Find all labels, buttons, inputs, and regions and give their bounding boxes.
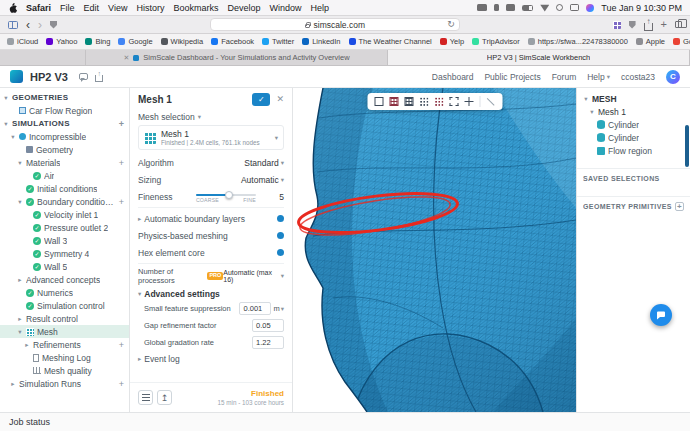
shield-extension-icon[interactable] xyxy=(629,21,636,29)
unit-select[interactable]: m▾ xyxy=(273,304,284,313)
bookmark-google[interactable]: Google xyxy=(118,37,152,46)
tree-item-wall-5[interactable]: ✓Wall 5 xyxy=(0,260,129,273)
add-icon[interactable]: + xyxy=(117,119,126,129)
apply-button[interactable]: ✓ xyxy=(252,93,270,106)
node-grid-icon[interactable] xyxy=(419,97,428,106)
chevron-down-icon[interactable]: ▾ xyxy=(3,94,9,102)
share-project-icon[interactable] xyxy=(95,75,103,82)
share-icon[interactable] xyxy=(644,23,653,31)
job-status-label[interactable]: Job status xyxy=(9,417,50,427)
browser-tab-1[interactable]: ✕SimScale Dashboard - Your Simulations a… xyxy=(86,50,388,65)
menu-develop[interactable]: Develop xyxy=(227,3,260,13)
chevron-right-icon[interactable]: ▸ xyxy=(24,341,30,349)
crosshair-icon[interactable] xyxy=(464,97,473,106)
menu-help[interactable]: Help xyxy=(310,3,329,13)
tab-overview-icon[interactable] xyxy=(675,21,682,28)
tree-item-materials[interactable]: ▾Materials+ xyxy=(0,156,129,169)
wifi-icon[interactable] xyxy=(540,4,549,12)
fineness-slider[interactable]: COARSE FINE xyxy=(196,190,256,203)
chevron-down-icon[interactable]: ▾ xyxy=(17,159,23,167)
chevron-down-icon[interactable]: ▾ xyxy=(17,198,23,206)
keyboard-icon[interactable] xyxy=(506,4,515,11)
menu-safari[interactable]: Safari xyxy=(26,3,51,13)
nav-public-projects[interactable]: Public Projects xyxy=(484,72,540,82)
mesh-cube-icon[interactable] xyxy=(404,97,413,106)
browser-tab-2[interactable]: HP2 V3 | SimScale Workbench xyxy=(388,50,690,65)
bookmark-facebook[interactable]: Facebook xyxy=(211,37,254,46)
new-tab-icon[interactable]: + xyxy=(661,19,667,30)
upload-button[interactable]: ↥ xyxy=(157,390,172,405)
scene-saved-selections[interactable]: SAVED SELECTIONS xyxy=(577,168,690,185)
menu-file[interactable]: File xyxy=(60,3,75,13)
scene-cylinder[interactable]: Cylinder xyxy=(577,131,690,144)
car-body-mesh[interactable] xyxy=(293,88,576,412)
spotlight-icon[interactable] xyxy=(556,4,563,11)
tree-item-simulation-runs[interactable]: ▸Simulation Runs+ xyxy=(0,377,129,390)
toggle-automatic-boundary-layers[interactable] xyxy=(277,215,284,222)
menubar-clock[interactable]: Tue Jan 9 10:30 PM xyxy=(601,3,682,13)
chevron-right-icon[interactable]: ▸ xyxy=(10,380,16,388)
list-button[interactable] xyxy=(138,390,153,405)
scene-cylinder[interactable]: Cylinder xyxy=(577,118,690,131)
bookmark-https-sfwa-22478380000[interactable]: https://sfwa...22478380000 xyxy=(528,37,628,46)
tree-item-initial-conditions[interactable]: ✓Initial conditions xyxy=(0,182,129,195)
chevron-down-icon[interactable]: ▾ xyxy=(198,113,201,121)
mesh-select-dropdown[interactable]: Mesh 1 Finished | 2.4M cells, 761.1k nod… xyxy=(138,125,284,150)
bookmark-yahoo[interactable]: Yahoo xyxy=(46,37,77,46)
tree-item-wall-3[interactable]: ✓Wall 3 xyxy=(0,234,129,247)
bookmark-google[interactable]: Google xyxy=(673,37,690,46)
tree-item-meshing-log[interactable]: Meshing Log xyxy=(0,351,129,364)
address-bar[interactable]: simscale.com ↻ xyxy=(210,18,460,31)
fineness-knob[interactable] xyxy=(225,191,233,199)
chat-button[interactable] xyxy=(650,304,672,326)
chevron-down-icon[interactable]: ▾ xyxy=(3,120,9,128)
chevron-down-icon[interactable]: ▾ xyxy=(17,328,23,336)
tree-item-velocity-inlet-1[interactable]: ✓Velocity inlet 1 xyxy=(0,208,129,221)
scrollbar-thumb[interactable] xyxy=(685,125,689,167)
bookmark-icloud[interactable]: iCloud xyxy=(7,37,38,46)
username[interactable]: ccosta23 xyxy=(621,72,655,82)
back-button[interactable]: ‹ xyxy=(26,19,30,31)
nav-help[interactable]: Help▾ xyxy=(587,72,610,82)
menu-bookmarks[interactable]: Bookmarks xyxy=(173,3,218,13)
add-icon[interactable]: + xyxy=(117,197,126,207)
slider-track[interactable] xyxy=(196,194,256,196)
mesh-cube-highlight-icon[interactable] xyxy=(389,97,398,106)
bookmark-the-weather-channel[interactable]: The Weather Channel xyxy=(349,37,432,46)
tree-item-mesh[interactable]: ▾Mesh xyxy=(0,325,129,338)
control-center-icon[interactable] xyxy=(570,4,579,11)
nav-dashboard[interactable]: Dashboard xyxy=(432,72,474,82)
menu-window[interactable]: Window xyxy=(269,3,301,13)
viewport-3d[interactable] xyxy=(293,88,576,412)
scene-flow-region[interactable]: Flow region xyxy=(577,144,690,157)
bookmark-yelp[interactable]: Yelp xyxy=(440,37,464,46)
sidebar-toggle-icon[interactable] xyxy=(8,21,18,29)
value-input[interactable]: 1.22 xyxy=(252,336,284,349)
mesh-3d-view[interactable] xyxy=(293,88,576,412)
bluetooth-icon[interactable] xyxy=(494,4,499,11)
bookmark-linkedin[interactable]: LinkedIn xyxy=(302,37,340,46)
forward-button[interactable]: › xyxy=(38,19,42,31)
advanced-settings-header[interactable]: ▾ Advanced settings xyxy=(138,289,284,299)
tree-item-incompressible[interactable]: ▾Incompressible xyxy=(0,130,129,143)
add-icon[interactable]: + xyxy=(117,158,126,168)
add-icon[interactable]: + xyxy=(117,340,126,350)
value-input[interactable]: 0.05 xyxy=(252,319,284,332)
comment-icon[interactable] xyxy=(79,73,88,80)
scene-geometry-primitives[interactable]: GEOMETRY PRIMITIVES+ xyxy=(577,196,690,213)
tree-item-geometries[interactable]: ▾GEOMETRIES xyxy=(0,91,129,104)
tree-item-pressure-outlet-2[interactable]: ✓Pressure outlet 2 xyxy=(0,221,129,234)
siri-icon[interactable] xyxy=(586,4,594,12)
close-icon[interactable]: ✕ xyxy=(276,94,284,104)
tree-item-boundary-conditions[interactable]: ▾✓Boundary conditions+ xyxy=(0,195,129,208)
scene-mesh-1[interactable]: ▾Mesh 1 xyxy=(577,105,690,118)
chevron-right-icon[interactable]: ▸ xyxy=(17,276,23,284)
tree-item-advanced-concepts[interactable]: ▸Advanced concepts xyxy=(0,273,129,286)
event-log-row[interactable]: ▸ Event log xyxy=(138,354,284,364)
solid-cube-icon[interactable] xyxy=(374,97,383,106)
tree-item-simulations[interactable]: ▾SIMULATIONS+ xyxy=(0,117,129,130)
toggle-physics-based-meshing[interactable] xyxy=(277,232,284,239)
chevron-down-icon[interactable]: ▾ xyxy=(583,95,589,103)
add-icon[interactable]: + xyxy=(117,379,126,389)
nav-forum[interactable]: Forum xyxy=(552,72,577,82)
